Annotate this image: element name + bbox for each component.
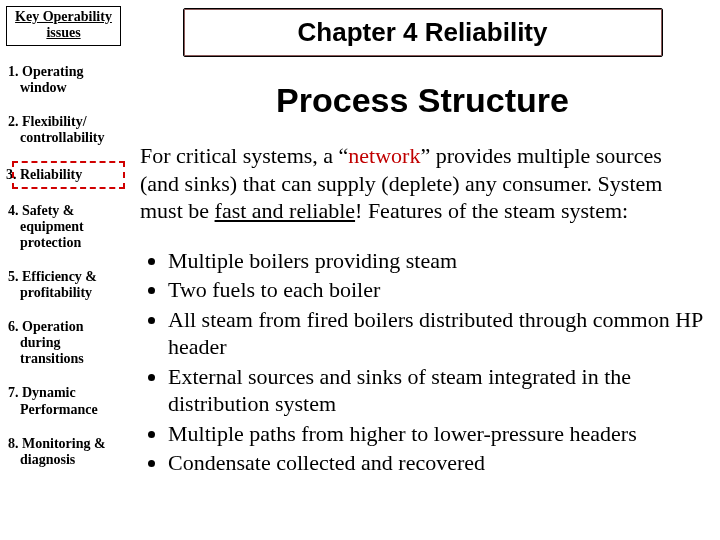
para-underline: fast and reliable bbox=[215, 198, 356, 223]
para-pre: For critical systems, a “ bbox=[140, 143, 348, 168]
sidebar-title-line2: issues bbox=[46, 25, 80, 40]
bullet-item: Multiple paths from higher to lower-pres… bbox=[168, 420, 705, 448]
sidebar-item-7: 7. Dynamic Performance bbox=[18, 385, 121, 417]
section-title: Process Structure bbox=[140, 81, 705, 120]
body-paragraph: For critical systems, a “network” provid… bbox=[140, 142, 705, 225]
sidebar-title: Key Operability issues bbox=[6, 6, 121, 46]
sidebar-item-2: 2. Flexibility/ controllability bbox=[18, 114, 121, 146]
sidebar-title-line1: Key Operability bbox=[15, 9, 112, 24]
bullet-list: Multiple boilers providing steam Two fue… bbox=[140, 247, 705, 477]
sidebar-item-5: 5. Efficiency & profitability bbox=[18, 269, 121, 301]
bullet-item: Two fuels to each boiler bbox=[168, 276, 705, 304]
sidebar-item-6: 6. Operation during transitions bbox=[18, 319, 121, 367]
main-content: Chapter 4 Reliability Process Structure … bbox=[140, 6, 705, 499]
bullet-item: External sources and sinks of steam inte… bbox=[168, 363, 705, 418]
sidebar-item-3: 3. Reliability bbox=[16, 165, 121, 185]
sidebar-item-4: 4. Safety & equipment protection bbox=[18, 203, 121, 251]
sidebar-item-8: 8. Monitoring & diagnosis bbox=[18, 436, 121, 468]
bullet-item: Condensate collected and recovered bbox=[168, 449, 705, 477]
slide-page: Key Operability issues 1. Operating wind… bbox=[0, 0, 720, 540]
chapter-title-box: Chapter 4 Reliability bbox=[183, 8, 663, 57]
para-network: network bbox=[348, 143, 420, 168]
bullet-item: Multiple boilers providing steam bbox=[168, 247, 705, 275]
sidebar-item-1: 1. Operating window bbox=[18, 64, 121, 96]
para-post: ! Features of the steam system: bbox=[355, 198, 628, 223]
sidebar: Key Operability issues 1. Operating wind… bbox=[6, 6, 121, 468]
bullet-item: All steam from fired boilers distributed… bbox=[168, 306, 705, 361]
